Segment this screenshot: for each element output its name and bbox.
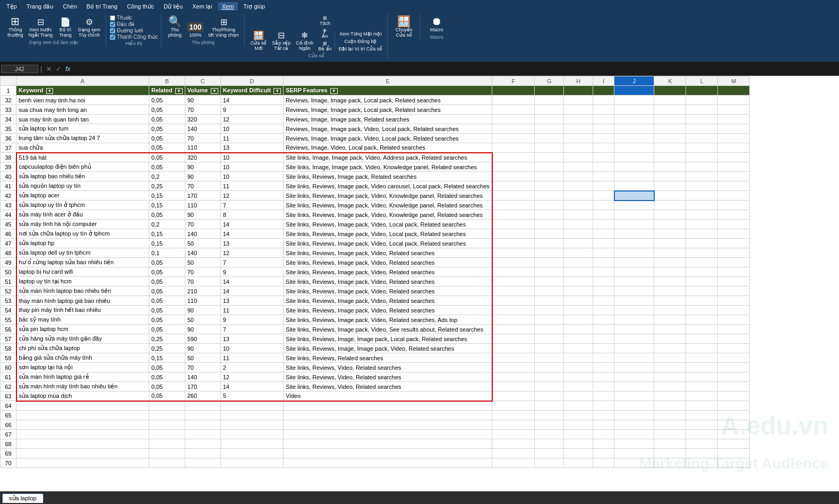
cell-53-B[interactable]: 0,05 [149,296,185,306]
cell-49-A[interactable]: hư ổ cứng laptop sửa bao nhiêu tiền [16,258,149,267]
cell-32-B[interactable]: 0,05 [149,95,185,105]
cell-41-B[interactable]: 0,25 [149,181,185,191]
cell-1-E[interactable]: SERP Features ▼ [284,86,492,95]
cell-47-A[interactable]: sửa laptop hp [16,239,149,248]
cell-61-B[interactable]: 0,05 [149,372,185,382]
cell-51-E[interactable]: Site links, Reviews, Image pack, Video, … [284,277,492,286]
cell-40-E[interactable]: Site links, Reviews, Image pack, Related… [284,172,492,181]
cell-39-E[interactable]: Site links, Image, Image pack, Video, Kn… [284,162,492,172]
cell-52-B[interactable]: 0,05 [149,286,185,296]
cell-48-A[interactable]: sửa laptop dell uy tín tphcm [16,248,149,258]
btn-dat-lai-vi-tri[interactable]: Đặt lại Vị trí Cửa sổ [337,46,384,52]
cell-50-B[interactable]: 0,05 [149,267,185,277]
cell-36-C[interactable]: 70 [185,134,220,143]
cell-60-B[interactable]: 0,05 [149,363,185,372]
cell-50-E[interactable]: Site links, Reviews, Image pack, Video, … [284,267,492,277]
cell-48-D[interactable]: 12 [220,248,283,258]
cell-45-D[interactable]: 14 [220,220,283,229]
btn-co-dinh-ngan[interactable]: ❄ Cố địnhNgăn [294,30,315,52]
cell-46-E[interactable]: Site links, Reviews, Image pack, Video, … [284,229,492,239]
cell-58-B[interactable]: 0,25 [149,344,185,353]
cell-34-A[interactable]: sua may tinh quan binh tan [16,115,149,124]
col-header-F[interactable]: F [492,76,535,86]
cell-36-D[interactable]: 11 [220,134,283,143]
cell-43-A[interactable]: sửa laptop uy tín ở tphcm [16,201,149,210]
check-dau-de[interactable]: Đầu đề [110,21,158,27]
cell-47-E[interactable]: Site links, Reviews, Image pack, Video, … [284,239,492,248]
cell-63-A[interactable]: sửa laptop mùa dịch [16,392,149,401]
col-header-E[interactable]: E [284,76,492,86]
cell-56-A[interactable]: sửa pin laptop hcm [16,325,149,334]
cell-reference[interactable]: J42 [1,65,38,73]
cell-42-C[interactable]: 170 [185,191,220,201]
cell-39-D[interactable]: 10 [220,162,283,172]
cell-35-B[interactable]: 0,05 [149,124,185,134]
cell-34-B[interactable]: 0,05 [149,115,185,124]
cell-53-E[interactable]: Site links, Reviews, Image pack, Video, … [284,296,492,306]
btn-100percent[interactable]: 100 100% [185,21,205,39]
btn-cua-so-moi[interactable]: 🪟 Cửa sổMới [249,30,269,52]
col-header-D[interactable]: D [220,76,283,86]
cell-54-D[interactable]: 11 [220,306,283,315]
cell-58-C[interactable]: 90 [185,344,220,353]
cell-56-D[interactable]: 7 [220,325,283,334]
cell-48-C[interactable]: 140 [185,248,220,258]
cell-59-E[interactable]: Site links, Reviews, Related searches [284,353,492,363]
cell-36-E[interactable]: Reviews, Image, Image pack, Video, Local… [284,134,492,143]
cell-58-D[interactable]: 10 [220,344,283,353]
cell-33-C[interactable]: 70 [185,105,220,115]
btn-xem-truoc-ngat-trang[interactable]: ⊟ Xem trướcNgắt Trang [27,17,55,39]
cell-50-A[interactable]: laptop bị hư card wifi [16,267,149,277]
cell-44-B[interactable]: 0,05 [149,210,185,220]
menu-tro-giup[interactable]: Trợ giúp [239,2,269,11]
cell-59-D[interactable]: 11 [220,353,283,363]
cell-62-D[interactable]: 14 [220,382,283,392]
btn-thong-thuong[interactable]: ⊞ Thôngthường [5,15,25,39]
cell-61-A[interactable]: sửa màn hình laptop giá rẻ [16,372,149,382]
cell-51-C[interactable]: 70 [185,277,220,286]
cell-35-C[interactable]: 140 [185,124,220,134]
cell-37-B[interactable]: 0,05 [149,143,185,153]
btn-cuon-dong-bo[interactable]: Cuộn Đồng bộ [337,38,384,45]
cell-46-B[interactable]: 0,15 [149,229,185,239]
btn-thu-phong[interactable]: 🔍 Thuphóng [165,15,184,39]
cell-34-E[interactable]: Reviews, Image, Image pack, Related sear… [284,115,492,124]
cell-46-C[interactable]: 140 [185,229,220,239]
cell-60-C[interactable]: 70 [185,363,220,372]
cell-49-C[interactable]: 50 [185,258,220,267]
cell-48-B[interactable]: 0,1 [149,248,185,258]
cell-56-E[interactable]: Site links, Reviews, Image pack, Video, … [284,325,492,334]
menu-bo-tri-trang[interactable]: Bố trí Trang [82,2,122,11]
col-header-B[interactable]: B [149,76,185,86]
btn-macro[interactable]: ⏺ Macro [427,15,446,33]
cell-57-B[interactable]: 0,25 [149,334,185,344]
formula-x-btn[interactable]: ✕ [44,65,54,73]
cell-52-D[interactable]: 14 [220,286,283,296]
cell-49-D[interactable]: 7 [220,258,283,267]
cell-1-B[interactable]: Related ▼ [149,86,185,95]
cell-41-E[interactable]: Site links, Reviews, Image pack, Video c… [284,181,492,191]
cell-40-C[interactable]: 90 [185,172,220,181]
btn-sap-xep-tat-ca[interactable]: ⊟ Sắp xếpTất cả [270,30,293,52]
cell-45-B[interactable]: 0,2 [149,220,185,229]
cell-47-D[interactable]: 13 [220,239,283,248]
cell-43-D[interactable]: 7 [220,201,283,210]
cell-47-C[interactable]: 50 [185,239,220,248]
col-header-J[interactable]: J [614,76,654,86]
cell-32-D[interactable]: 14 [220,95,283,105]
btn-tach[interactable]: ⊠ Tách [316,15,333,27]
cell-38-C[interactable]: 320 [185,153,220,162]
btn-chuyen-cua-so[interactable]: 🪟 ChuyểnCửa sổ [393,15,415,39]
cell-37-A[interactable]: sua chữa [16,143,149,153]
cell-52-E[interactable]: Site links, Reviews, Image pack, Video, … [284,286,492,296]
cell-33-B[interactable]: 0,05 [149,105,185,115]
col-header-L[interactable]: L [686,76,718,86]
cell-61-E[interactable]: Site links, Reviews, Video, Related sear… [284,372,492,382]
cell-42-A[interactable]: sửa laptop acer [16,191,149,201]
formula-check-btn[interactable]: ✓ [54,65,63,73]
cell-38-B[interactable]: 0,05 [149,153,185,162]
cell-59-B[interactable]: 0,15 [149,353,185,363]
cell-37-C[interactable]: 110 [185,143,220,153]
cell-33-D[interactable]: 9 [220,105,283,115]
cell-54-B[interactable]: 0,05 [149,306,185,315]
